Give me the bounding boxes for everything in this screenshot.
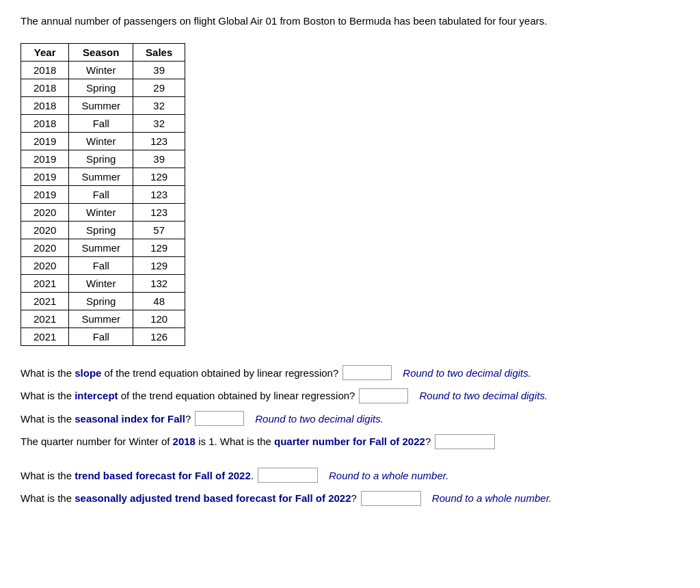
cell-year: 2020	[21, 203, 69, 221]
q6-hint: Round to a whole number.	[432, 487, 552, 509]
q4-pre: The quarter number for Winter of	[21, 431, 173, 453]
cell-sales: 39	[133, 150, 185, 168]
q3-post: ?	[185, 408, 191, 430]
table-row: 2020Summer129	[21, 239, 185, 256]
cell-year: 2019	[21, 132, 69, 150]
intercept-input[interactable]	[359, 388, 408, 403]
q3-pre: What is the	[21, 408, 75, 430]
question-quarter-number: The quarter number for Winter of 2018 is…	[21, 431, 679, 453]
cell-season: Spring	[69, 221, 133, 239]
table-row: 2018Spring29	[21, 79, 185, 96]
q5-post: .	[251, 465, 254, 487]
q1-post: of the trend equation obtained by linear…	[101, 362, 338, 384]
q2-pre: What is the	[21, 385, 75, 407]
cell-sales: 120	[133, 310, 185, 328]
table-row: 2021Summer120	[21, 310, 185, 328]
q1-pre: What is the	[21, 362, 75, 384]
cell-season: Spring	[69, 79, 133, 96]
cell-year: 2019	[21, 168, 69, 185]
cell-year: 2020	[21, 256, 69, 274]
cell-year: 2019	[21, 185, 69, 203]
cell-sales: 39	[133, 61, 185, 79]
q5-hint: Round to a whole number.	[329, 465, 448, 487]
trend-forecast-input[interactable]	[258, 468, 318, 483]
seasonal-forecast-input[interactable]	[361, 491, 421, 506]
table-row: 2021Spring48	[21, 292, 185, 310]
quarter-number-input[interactable]	[435, 434, 495, 449]
q4-mid: is 1. What is the	[196, 431, 274, 453]
cell-season: Spring	[69, 150, 133, 168]
q6-keyword: seasonally adjusted trend based forecast…	[75, 487, 351, 509]
cell-year: 2020	[21, 221, 69, 239]
cell-season: Fall	[69, 256, 133, 274]
cell-season: Winter	[69, 203, 133, 221]
cell-sales: 129	[133, 256, 185, 274]
cell-season: Winter	[69, 61, 133, 79]
cell-sales: 129	[133, 239, 185, 256]
cell-season: Summer	[69, 239, 133, 256]
data-table: Year Season Sales 2018Winter392018Spring…	[21, 43, 185, 346]
cell-season: Fall	[69, 328, 133, 345]
cell-season: Summer	[69, 96, 133, 114]
q5-keyword: trend based forecast for Fall of 2022	[75, 465, 251, 487]
seasonal-index-input[interactable]	[195, 411, 244, 426]
question-trend-forecast: What is the trend based forecast for Fal…	[21, 465, 679, 487]
col-header-year: Year	[21, 43, 69, 61]
question-intercept: What is the intercept of the trend equat…	[21, 385, 679, 407]
table-row: 2021Winter132	[21, 274, 185, 292]
intro-text: The annual number of passengers on fligh…	[21, 14, 679, 29]
cell-year: 2021	[21, 292, 69, 310]
col-header-season: Season	[69, 43, 133, 61]
cell-sales: 123	[133, 132, 185, 150]
q2-hint: Round to two decimal digits.	[419, 385, 548, 407]
table-row: 2019Spring39	[21, 150, 185, 168]
table-row: 2020Fall129	[21, 256, 185, 274]
cell-season: Fall	[69, 185, 133, 203]
cell-sales: 123	[133, 203, 185, 221]
table-row: 2018Summer32	[21, 96, 185, 114]
cell-sales: 32	[133, 114, 185, 132]
table-row: 2018Fall32	[21, 114, 185, 132]
cell-season: Summer	[69, 310, 133, 328]
questions-section: What is the slope of the trend equation …	[21, 362, 679, 509]
table-row: 2019Fall123	[21, 185, 185, 203]
cell-sales: 48	[133, 292, 185, 310]
q5-pre: What is the	[21, 465, 75, 487]
cell-sales: 132	[133, 274, 185, 292]
question-seasonal-index: What is the seasonal index for Fall ? Ro…	[21, 408, 679, 430]
q6-pre: What is the	[21, 487, 75, 509]
cell-season: Winter	[69, 274, 133, 292]
cell-season: Summer	[69, 168, 133, 185]
cell-sales: 57	[133, 221, 185, 239]
cell-season: Spring	[69, 292, 133, 310]
slope-input[interactable]	[342, 365, 392, 380]
cell-year: 2020	[21, 239, 69, 256]
table-row: 2020Spring57	[21, 221, 185, 239]
q1-hint: Round to two decimal digits.	[403, 362, 531, 384]
table-row: 2018Winter39	[21, 61, 185, 79]
cell-year: 2019	[21, 150, 69, 168]
q4-post: ?	[425, 431, 431, 453]
table-row: 2019Summer129	[21, 168, 185, 185]
cell-year: 2018	[21, 61, 69, 79]
q4-year: 2018	[173, 431, 196, 453]
cell-year: 2021	[21, 310, 69, 328]
cell-year: 2021	[21, 274, 69, 292]
cell-season: Winter	[69, 132, 133, 150]
cell-season: Fall	[69, 114, 133, 132]
q3-keyword: seasonal index for Fall	[75, 408, 185, 430]
cell-year: 2018	[21, 114, 69, 132]
table-row: 2019Winter123	[21, 132, 185, 150]
cell-year: 2018	[21, 96, 69, 114]
q3-hint: Round to two decimal digits.	[255, 408, 383, 430]
cell-sales: 123	[133, 185, 185, 203]
table-row: 2021Fall126	[21, 328, 185, 345]
col-header-sales: Sales	[133, 43, 185, 61]
q4-keyword: quarter number for Fall of 2022	[274, 431, 425, 453]
q1-keyword: slope	[75, 362, 101, 384]
cell-sales: 126	[133, 328, 185, 345]
cell-sales: 32	[133, 96, 185, 114]
q2-post: of the trend equation obtained by linear…	[118, 385, 355, 407]
cell-year: 2021	[21, 328, 69, 345]
table-row: 2020Winter123	[21, 203, 185, 221]
